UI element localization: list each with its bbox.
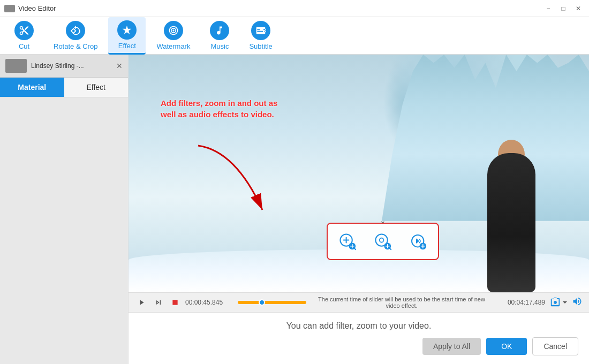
video-container: Add filters, zoom in and out as well as … xyxy=(129,55,589,292)
progress-bar[interactable] xyxy=(238,301,306,304)
svg-point-16 xyxy=(380,238,384,242)
violinist-figure xyxy=(460,132,546,292)
current-time: 00:00:45.845 xyxy=(185,299,233,306)
screenshot-button[interactable] xyxy=(549,297,568,308)
apply-to-all-button[interactable]: Apply to All xyxy=(422,338,481,355)
sidebar-tab-material[interactable]: Material xyxy=(0,78,64,97)
controls-bar: 00:00:45.845 The current time of slider … xyxy=(129,292,589,312)
play-button[interactable] xyxy=(135,297,148,308)
subtitle-label: Subtitle xyxy=(249,42,272,50)
file-name: Lindsey Stirling -... xyxy=(31,62,112,70)
sidebar-content xyxy=(0,97,128,364)
tab-subtitle[interactable]: Subtitle xyxy=(240,18,281,54)
file-close-button[interactable]: ✕ xyxy=(116,62,123,70)
add-zoom-button[interactable] xyxy=(369,228,396,255)
video-scene: Add filters, zoom in and out as well as … xyxy=(129,55,589,292)
annotation-arrow xyxy=(193,140,273,221)
volume-button[interactable] xyxy=(572,296,583,309)
watermark-label: Watermark xyxy=(156,42,190,50)
tab-watermark[interactable]: Watermark xyxy=(148,18,199,54)
sidebar-tab-effect[interactable]: Effect xyxy=(64,78,129,97)
bottom-message: You can add filter, zoom to your video. xyxy=(139,321,578,331)
watermark-icon xyxy=(164,21,183,40)
tab-rotate[interactable]: Rotate & Crop xyxy=(45,18,106,54)
title-bar: Video Editor − □ ✕ xyxy=(0,0,589,17)
close-button[interactable]: ✕ xyxy=(572,3,585,14)
sidebar-tabs: Material Effect xyxy=(0,78,128,97)
bottom-actions: Apply to All OK Cancel xyxy=(139,337,578,355)
annotation-text: Add filters, zoom in and out as well as … xyxy=(161,97,278,120)
step-forward-button[interactable] xyxy=(152,297,165,308)
cancel-button[interactable]: Cancel xyxy=(532,337,578,355)
sidebar: Lindsey Stirling -... ✕ Material Effect xyxy=(0,55,129,364)
subtitle-icon xyxy=(251,21,270,40)
tab-music[interactable]: Music xyxy=(201,18,238,54)
app-icon xyxy=(4,5,15,12)
video-area: Add filters, zoom in and out as well as … xyxy=(129,55,589,364)
effect-label: Effect xyxy=(118,42,136,50)
svg-rect-21 xyxy=(172,300,177,305)
ok-button[interactable]: OK xyxy=(486,338,527,355)
popup-buttons: ⌄ xyxy=(327,223,439,260)
effect-icon xyxy=(117,20,137,40)
stop-button[interactable] xyxy=(169,298,181,307)
music-icon xyxy=(210,21,229,40)
chevron-icon: ⌄ xyxy=(380,216,386,225)
violinist-body xyxy=(487,153,535,292)
add-filter-button[interactable] xyxy=(334,228,361,255)
progress-thumb[interactable] xyxy=(259,299,265,306)
tab-cut[interactable]: Cut xyxy=(5,18,43,54)
minimize-button[interactable]: − xyxy=(542,3,555,14)
music-label: Music xyxy=(210,42,229,50)
rotate-label: Rotate & Crop xyxy=(54,42,97,50)
cut-label: Cut xyxy=(19,42,29,50)
end-time: 00:04:17.489 xyxy=(497,299,545,306)
window-title: Video Editor xyxy=(18,4,56,12)
maximize-button[interactable]: □ xyxy=(557,3,570,14)
bottom-panel: You can add filter, zoom to your video. … xyxy=(129,312,589,364)
rotate-icon xyxy=(66,21,85,40)
status-text: The current time of slider will be used … xyxy=(311,296,493,309)
file-thumbnail xyxy=(5,59,27,73)
toolbar: Cut Rotate & Crop Effect Watermark xyxy=(0,17,589,55)
add-audio-effect-button[interactable] xyxy=(405,228,432,255)
svg-point-2 xyxy=(172,29,174,31)
tab-effect[interactable]: Effect xyxy=(108,17,146,55)
cut-icon xyxy=(14,21,34,40)
main-content: Lindsey Stirling -... ✕ Material Effect xyxy=(0,55,589,364)
window-controls: − □ ✕ xyxy=(542,3,585,14)
